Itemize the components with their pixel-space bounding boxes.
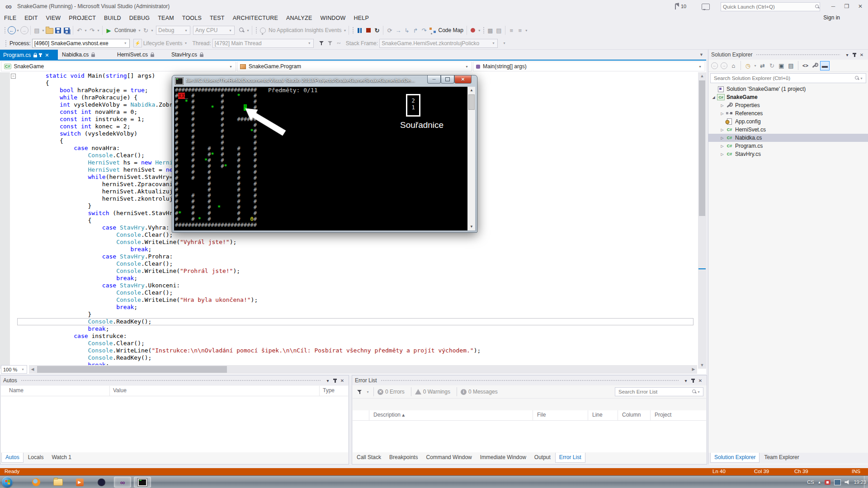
run-to-cursor-button[interactable]: ↷ [420, 26, 428, 35]
document-list-dropdown[interactable]: ▼ [699, 52, 703, 57]
scroll-left-arrow[interactable]: ◀ [29, 365, 36, 374]
fold-collapse-box[interactable]: − [11, 74, 16, 79]
folding-margin[interactable]: − [10, 72, 17, 369]
errors-count[interactable]: 0 Errors [385, 389, 405, 395]
menu-architecture[interactable]: ARCHITECTURE [229, 13, 282, 23]
save-all-button[interactable] [62, 26, 71, 35]
notifications-flag[interactable]: 10 [675, 0, 686, 13]
home-button[interactable]: ⌂ [729, 61, 738, 70]
feedback-icon[interactable] [702, 4, 710, 10]
code-line[interactable]: Console.ReadKey(); [17, 354, 696, 361]
messages-count[interactable]: 0 Messages [468, 389, 498, 395]
navigate-forward-button[interactable]: → [20, 26, 28, 35]
redo-button[interactable]: ↷ [88, 26, 96, 35]
stop-debugging-button[interactable] [364, 26, 373, 35]
taskbar-console-icon[interactable] [134, 477, 151, 488]
column-header-type[interactable]: Type [323, 387, 335, 394]
solution-explorer-title-bar[interactable]: Solution Explorer ▾ ✕ [708, 50, 868, 60]
code-map-label[interactable]: Code Map [438, 27, 463, 33]
language-indicator[interactable]: CS [807, 479, 814, 485]
expander-icon[interactable]: ▷ [719, 112, 726, 116]
tab-StavHry.cs[interactable]: StavHry.cs [168, 50, 214, 60]
warnings-count[interactable]: 0 Warnings [423, 389, 450, 395]
stack-frame-dropdown[interactable]: SnakeGame.HerniSvet.zkontrolujPolicko▾ [379, 39, 498, 48]
view-code-button[interactable]: <> [801, 61, 810, 70]
tree-item-app.config[interactable]: App.config [708, 117, 868, 126]
tab-watch-1[interactable]: Watch 1 [48, 453, 75, 462]
error-list-search-input[interactable] [618, 389, 692, 395]
menu-view[interactable]: VIEW [42, 13, 65, 23]
output-window-button[interactable]: ▩ [486, 26, 495, 35]
undo-dropdown[interactable]: ▾ [84, 28, 88, 33]
filter-icon[interactable] [355, 388, 364, 396]
break-all-button[interactable] [355, 26, 364, 35]
search-options-dropdown[interactable]: ▾ [697, 390, 701, 394]
window-position-dropdown[interactable]: ▾ [682, 377, 689, 384]
code-line[interactable]: } [17, 311, 696, 318]
tab-output[interactable]: Output [531, 453, 554, 462]
code-line[interactable]: break; [17, 325, 696, 333]
continue-button[interactable]: ▶ [104, 26, 113, 35]
column-header-value[interactable]: Value [113, 387, 127, 394]
taskbar-firefox-icon[interactable] [29, 477, 43, 488]
console-maximize-button[interactable] [441, 75, 454, 84]
taskbar-media-player-icon[interactable]: ▶ [72, 477, 87, 488]
project-dropdown[interactable]: C# SnakeGame ▾ [1, 61, 236, 71]
code-line[interactable]: Console.WriteLine("Prohrál jste!"); [17, 267, 696, 275]
tab-autos[interactable]: Autos [1, 453, 24, 463]
drag-grip[interactable] [381, 380, 679, 382]
tray-app-icon[interactable] [825, 480, 830, 485]
scrollbar-thumb[interactable] [699, 80, 705, 216]
search-options-dropdown[interactable]: ▾ [859, 76, 863, 80]
code-line[interactable]: case instrukce: [17, 333, 696, 340]
close-button[interactable]: ✕ [854, 1, 867, 11]
undo-button[interactable]: ↶ [75, 26, 84, 35]
minimize-button[interactable]: ─ [826, 1, 840, 11]
new-file-button[interactable]: ▤ [33, 26, 41, 35]
show-desktop-button[interactable] [864, 476, 868, 488]
code-line[interactable]: case StavHry.Ukonceni: [17, 282, 696, 289]
show-all-files-button[interactable] [811, 61, 819, 70]
tab-Program.cs[interactable]: Program.cs✕ [0, 50, 58, 61]
scroll-down-arrow[interactable]: ▼ [698, 361, 706, 369]
restart-profiling-button[interactable]: ↻ [142, 26, 150, 35]
error-list-search-box[interactable]: ▾ [615, 387, 703, 396]
collapse-all-button[interactable]: ▣ [777, 61, 786, 70]
toolbar-grip[interactable] [352, 27, 354, 34]
tab-team-explorer[interactable]: Team Explorer [760, 453, 802, 462]
menu-tools[interactable]: TOOLS [178, 13, 206, 23]
tab-immediate-window[interactable]: Immediate Window [476, 453, 530, 462]
continue-label[interactable]: Continue [114, 27, 136, 33]
properties-button[interactable]: ▤ [787, 61, 795, 70]
tab-call-stack[interactable]: Call Stack [353, 453, 385, 462]
insights-dropdown[interactable]: ▾ [343, 28, 347, 33]
expander-icon[interactable]: ▷ [719, 103, 726, 108]
forward-button[interactable]: → [720, 61, 728, 70]
menu-analyze[interactable]: ANALYZE [282, 13, 316, 23]
pending-changes-filter-button[interactable]: ◷ [744, 61, 752, 70]
suspend-threads-icon[interactable]: ∾ [335, 39, 343, 47]
scroll-up-arrow[interactable]: ▲ [468, 87, 475, 94]
filter-flagged-icon[interactable] [326, 39, 335, 47]
immediate-window-button[interactable]: ▤ [495, 26, 503, 35]
toolbar-overflow[interactable]: ▾ [502, 41, 506, 45]
console-close-button[interactable]: ✕ [454, 75, 472, 84]
code-line[interactable]: Console.Clear(); [17, 289, 696, 296]
network-icon[interactable] [834, 479, 841, 485]
scroll-right-arrow[interactable]: ▶ [690, 365, 697, 374]
scrollbar-thumb[interactable] [37, 366, 227, 373]
drag-grip[interactable] [756, 54, 840, 56]
indent-increase-button[interactable]: ≡ [516, 26, 524, 35]
breakpoints-dropdown[interactable]: ▾ [477, 28, 481, 33]
code-line[interactable]: case StavHry.Prohra: [17, 253, 696, 260]
column-header-name[interactable]: Name [9, 387, 24, 394]
redo-dropdown[interactable]: ▾ [96, 28, 100, 33]
expander-icon[interactable]: ▷ [719, 152, 726, 156]
toolbar-grip[interactable] [483, 27, 485, 34]
tree-item-hernisvet.cs[interactable]: ▷C#HerniSvet.cs [708, 126, 868, 134]
sign-in-link[interactable]: Sign in [823, 14, 840, 21]
preview-selected-items-toggle[interactable]: ▬ [820, 61, 830, 70]
window-position-dropdown[interactable]: ▾ [844, 51, 851, 58]
thread-dropdown[interactable]: [4792] Main Thread▾ [212, 39, 314, 48]
pin-icon[interactable] [40, 53, 41, 57]
